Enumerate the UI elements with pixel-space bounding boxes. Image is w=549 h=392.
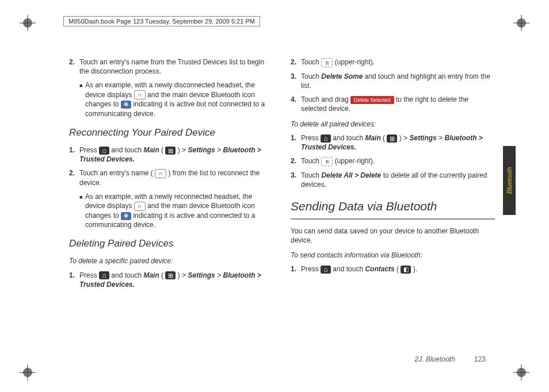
list-item: 1. Press and touch Contacts ( ).: [291, 264, 495, 274]
step-number: 4.: [291, 95, 301, 113]
menu-path: Settings: [409, 134, 436, 142]
left-column: 2. Touch an entry's name from the Truste…: [69, 57, 273, 294]
paragraph: You can send data saved on your device t…: [291, 226, 495, 245]
step-text: Touch (upper-right).: [301, 156, 495, 166]
menu-path: Main: [143, 271, 159, 279]
text: and touch: [111, 271, 143, 279]
crop-mark-icon: [20, 15, 36, 31]
text: ).: [413, 265, 417, 273]
list-item: 1. Press and touch Main ( ) > Settings >…: [291, 133, 495, 152]
step-number: 3.: [291, 72, 301, 90]
step-number: 2.: [291, 57, 301, 67]
list-item: 3. Touch Delete Some and touch and highl…: [291, 72, 495, 90]
instruction-label: To send contacts information via Bluetoo…: [291, 251, 495, 260]
list-item: 1. Press and touch Main ( ) > Settings >…: [69, 145, 273, 164]
page-footer: 2J. Bluetooth 123: [415, 355, 486, 363]
step-text: Touch Delete All > Delete to delete all …: [301, 171, 495, 189]
list-item: ■ As an example, with a newly disconnect…: [79, 80, 273, 118]
headset-icon: [134, 90, 146, 99]
step-number: 2.: [69, 57, 79, 76]
bluetooth-icon: [121, 101, 131, 109]
list-item: 1. Press and touch Main ( ) > Settings >…: [69, 271, 273, 289]
list-item: ■ As an example, with a newly reconnecte…: [79, 192, 273, 229]
crop-mark-icon: [513, 364, 529, 381]
heading-sending: Sending Data via Bluetooth: [291, 198, 495, 214]
home-icon: [321, 134, 331, 143]
step-text: Press and touch Main ( ) > Settings > Bl…: [79, 145, 273, 164]
delete-selected-button: Delete Selected: [350, 96, 394, 104]
menu-path: Delete Some: [321, 72, 363, 80]
text: (upper-right).: [335, 157, 375, 165]
step-number: 2.: [291, 156, 301, 166]
list-item: 2. Touch (upper-right).: [291, 57, 495, 67]
text: >: [439, 134, 444, 142]
main-grid-icon: [165, 271, 176, 279]
instruction-label: To delete all paired devices:: [291, 120, 495, 129]
text: Touch an entry's name (: [79, 169, 153, 177]
home-icon: [99, 271, 109, 279]
step-text: Touch and drag Delete Selected to the ri…: [301, 95, 495, 113]
main-grid-icon: [387, 134, 397, 143]
page-content: 2. Touch an entry's name from the Truste…: [69, 57, 495, 294]
text: Touch: [301, 72, 321, 80]
text: ) >: [178, 146, 188, 154]
step-number: 1.: [291, 133, 301, 152]
text: Press: [301, 265, 321, 273]
step-number: 3.: [291, 171, 301, 189]
text: and touch: [111, 146, 143, 154]
step-text: Touch Delete Some and touch and highligh…: [301, 72, 495, 90]
text: Touch and drag: [301, 95, 350, 103]
step-text: Touch an entry's name from the Trusted D…: [79, 57, 273, 76]
bullet-icon: ■: [79, 192, 85, 229]
list-item: 2. Touch an entry's name from the Truste…: [69, 57, 273, 76]
text: (: [161, 146, 163, 154]
list-item: 2. Touch (upper-right).: [291, 156, 495, 166]
crop-mark-icon: [513, 15, 529, 31]
step-text: Touch an entry's name ( ) from the list …: [79, 168, 273, 187]
menu-path: Delete All > Delete: [321, 171, 381, 179]
page-number: 123: [474, 355, 486, 363]
step-text: Press and touch Main ( ) > Settings > Bl…: [79, 271, 273, 289]
step-number: 1.: [291, 264, 301, 274]
text: ) >: [399, 134, 410, 142]
text: Press: [79, 146, 99, 154]
headset-icon: [134, 202, 146, 211]
heading-rule: [291, 218, 495, 220]
right-column: 2. Touch (upper-right). 3. Touch Delete …: [291, 57, 495, 294]
text: Press: [79, 271, 99, 279]
text: ) >: [178, 271, 188, 279]
instruction-label: To delete a specific paired device:: [69, 256, 273, 266]
menu-icon: [321, 58, 333, 67]
heading-reconnecting: Reconnecting Your Paired Device: [69, 126, 273, 140]
text: >: [217, 146, 223, 154]
page-header: M850Dash.book Page 123 Tuesday, Septembe…: [63, 16, 260, 26]
list-item: 4. Touch and drag Delete Selected to the…: [291, 95, 495, 113]
home-icon: [99, 147, 109, 155]
list-item: 3. Touch Delete All > Delete to delete a…: [291, 171, 495, 189]
text: (: [161, 271, 163, 279]
crop-mark-icon: [20, 364, 36, 381]
step-text: Touch (upper-right).: [301, 57, 495, 67]
text: Touch: [301, 171, 321, 179]
menu-path: Main: [143, 146, 159, 154]
headset-icon: [155, 169, 166, 178]
text: (: [396, 265, 399, 273]
heading-deleting: Deleting Paired Devices: [69, 237, 273, 251]
menu-path: Settings: [188, 146, 215, 154]
text: and touch: [333, 134, 365, 142]
text: Press: [301, 134, 321, 142]
menu-path: Main: [365, 134, 380, 142]
step-text: Press and touch Main ( ) > Settings > Bl…: [301, 133, 495, 152]
footer-section: 2J. Bluetooth: [415, 355, 455, 363]
menu-path: Contacts: [365, 265, 394, 273]
text: (upper-right).: [335, 58, 375, 66]
text: Touch: [301, 58, 321, 66]
menu-icon: [321, 157, 333, 166]
text: >: [217, 271, 223, 279]
step-number: 2.: [69, 168, 79, 187]
step-text: Press and touch Contacts ( ).: [301, 264, 495, 274]
section-tab: Bluetooth: [503, 146, 516, 215]
step-number: 1.: [69, 271, 79, 289]
list-item: 2. Touch an entry's name ( ) from the li…: [69, 168, 273, 187]
bullet-icon: ■: [79, 80, 85, 118]
